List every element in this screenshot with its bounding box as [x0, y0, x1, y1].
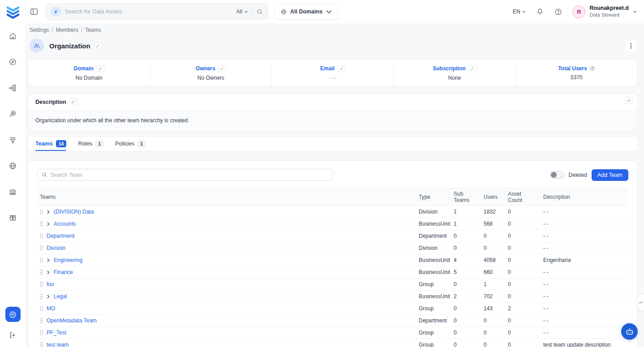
breadcrumb-settings[interactable]: Settings	[30, 27, 49, 33]
users-cell: 568	[481, 218, 505, 230]
sidebar-item-govern[interactable]	[5, 184, 21, 199]
description-cell: test team update description	[541, 339, 628, 347]
team-name-link[interactable]: Accounts	[54, 221, 76, 227]
chatbot-button[interactable]	[621, 323, 638, 340]
asset-count-cell: 0	[505, 291, 541, 303]
sidebar-item-explore[interactable]	[5, 54, 21, 69]
sidebar-item-logout[interactable]	[5, 327, 21, 343]
table-row: PF_Test Group 0 0 0 - -	[37, 327, 628, 339]
summary-owners: Owners No Owners	[150, 60, 272, 86]
drag-handle-icon[interactable]	[40, 306, 43, 311]
users-cell: 0	[481, 230, 505, 242]
collapse-description-button[interactable]	[625, 97, 633, 104]
team-name-link[interactable]: (DIVISION) Data	[54, 209, 94, 215]
sub-teams-cell: 0	[451, 315, 481, 327]
help-button[interactable]	[554, 8, 562, 16]
users-cell: 0	[481, 242, 505, 254]
team-name-link[interactable]: Department	[47, 233, 75, 239]
expand-row-icon[interactable]	[47, 222, 50, 226]
expand-row-icon[interactable]	[47, 210, 50, 214]
edit-description-button[interactable]	[69, 99, 77, 105]
users-cell: 0	[481, 315, 505, 327]
edit-subscription-button[interactable]	[468, 65, 477, 72]
table-row: Finance BusinessUnit 5 660 0 - -	[37, 266, 628, 278]
table-row: Accounts BusinessUnit 1 568 0 - -	[37, 218, 628, 230]
table-row: OpenMetadata Team Department 0 0 0 - -	[37, 315, 628, 327]
drag-handle-icon[interactable]	[40, 245, 43, 251]
sidebar-item-glossary[interactable]	[5, 210, 21, 225]
sidebar-item-insights[interactable]	[5, 132, 21, 147]
add-team-button[interactable]: Add Team	[592, 169, 628, 181]
left-sidebar	[0, 0, 26, 347]
summary-subscription: Subscription None	[394, 60, 516, 86]
team-search-input[interactable]	[51, 172, 328, 178]
sidebar-item-home[interactable]	[5, 28, 21, 43]
search-input[interactable]	[65, 9, 232, 15]
drag-handle-icon[interactable]	[40, 318, 43, 323]
search-scope-dropdown[interactable]: All	[236, 9, 248, 15]
drag-handle-icon[interactable]	[40, 294, 43, 299]
expand-row-icon[interactable]	[47, 270, 50, 274]
description-cell: Engenharia	[541, 254, 628, 266]
chevron-down-icon	[326, 9, 332, 15]
drag-handle-icon[interactable]	[40, 330, 43, 335]
drag-handle-icon[interactable]	[40, 221, 43, 227]
more-options-button[interactable]: ⋮	[626, 40, 636, 51]
sidebar-item-observability[interactable]	[5, 106, 21, 121]
sidebar-item-data-flow[interactable]	[5, 80, 21, 95]
edit-display-name-button[interactable]	[94, 43, 102, 49]
sub-teams-cell: 5	[451, 266, 481, 278]
sidebar-nav	[5, 28, 21, 225]
question-circle-icon	[554, 8, 562, 16]
table-row: Division Division 0 0 0 - -	[37, 242, 628, 254]
breadcrumb-members[interactable]: Members	[56, 27, 78, 33]
drag-handle-icon[interactable]	[40, 282, 43, 287]
notifications-button[interactable]	[536, 8, 544, 16]
drag-handle-icon[interactable]	[40, 233, 43, 239]
search-icon[interactable]	[257, 9, 263, 15]
users-cell: 0	[481, 327, 505, 339]
drag-handle-icon[interactable]	[40, 209, 43, 214]
edit-domain-button[interactable]	[96, 65, 104, 72]
team-name-link[interactable]: PF_Test	[47, 330, 66, 336]
user-menu[interactable]: R Rounakpreet.d Data Steward	[572, 5, 637, 18]
team-name-link[interactable]: MO	[47, 305, 55, 312]
expand-row-icon[interactable]	[47, 258, 50, 262]
sidebar-item-settings[interactable]	[5, 307, 21, 322]
drag-handle-icon[interactable]	[40, 257, 43, 263]
column-header-description: Description	[541, 188, 628, 206]
tab-teams[interactable]: Teams 14	[35, 137, 66, 151]
sidebar-toggle-button[interactable]	[29, 6, 39, 17]
team-name-link[interactable]: Finance	[54, 269, 73, 275]
all-domains-button[interactable]: All Domains	[275, 4, 338, 20]
team-name-link[interactable]: Legal	[54, 293, 67, 300]
edit-email-button[interactable]	[337, 65, 345, 72]
team-name-link[interactable]: Division	[47, 245, 65, 251]
table-row: Legal BusinessUnit 2 702 0 - -	[37, 291, 628, 303]
team-type-cell: Department	[416, 230, 451, 242]
asset-count-cell: 0	[505, 218, 541, 230]
language-selector[interactable]: EN	[513, 9, 526, 15]
expand-row-icon[interactable]	[47, 295, 50, 299]
pencil-icon	[96, 44, 100, 48]
team-type-cell: BusinessUnit	[416, 218, 451, 230]
search-icon	[42, 172, 47, 178]
description-cell: - -	[541, 315, 628, 327]
globe-icon	[280, 9, 287, 15]
side-panel-handle[interactable]	[637, 294, 644, 311]
team-name-link[interactable]: Engineering	[54, 257, 82, 263]
team-name-link[interactable]: test team	[47, 342, 69, 347]
openmetadata-logo[interactable]	[5, 4, 21, 20]
team-icon	[33, 42, 41, 50]
team-name-link[interactable]: OpenMetadata Team	[47, 317, 97, 324]
team-name-link[interactable]: foo	[47, 281, 54, 287]
drag-handle-icon[interactable]	[40, 270, 43, 275]
tab-roles[interactable]: Roles 1	[78, 137, 103, 151]
sidebar-item-domains[interactable]	[5, 158, 21, 173]
deleted-toggle[interactable]	[550, 171, 564, 179]
tab-policies[interactable]: Policies 1	[115, 137, 146, 151]
drag-handle-icon[interactable]	[40, 342, 43, 347]
asset-count-cell: 2	[505, 303, 541, 315]
ai-sparkle-icon[interactable]	[51, 7, 61, 17]
edit-owners-button[interactable]	[218, 65, 226, 72]
